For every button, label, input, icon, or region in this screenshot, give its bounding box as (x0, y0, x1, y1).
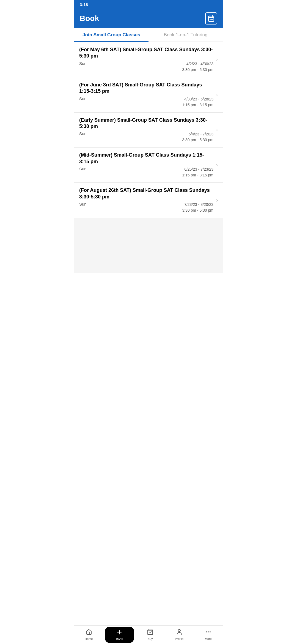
svg-rect-6 (212, 19, 213, 20)
svg-point-13 (210, 631, 211, 632)
nav-book[interactable]: Book (105, 627, 134, 643)
active-indicator (114, 642, 125, 643)
class-item-title: (For May 6th SAT) Small-Group SAT Class … (79, 47, 213, 59)
header: Book (74, 9, 223, 28)
class-item[interactable]: (For May 6th SAT) Small-Group SAT Class … (74, 42, 223, 77)
person-icon (176, 629, 183, 636)
nav-home[interactable]: Home (74, 626, 103, 644)
svg-point-10 (178, 629, 180, 632)
class-item-dates: 6/25/23 - 7/23/231:15 pm - 3:15 pm (182, 167, 213, 178)
class-item-day: Sun (79, 167, 87, 171)
class-item[interactable]: (Mid-Summer) Small-Group SAT Class Sunda… (74, 148, 223, 183)
class-item-meta: Sun 4/30/23 - 5/28/231:15 pm - 3:15 pm (79, 96, 213, 108)
class-item-dates: 4/30/23 - 5/28/231:15 pm - 3:15 pm (182, 96, 213, 108)
home-icon (86, 629, 92, 636)
class-item-content: (For May 6th SAT) Small-Group SAT Class … (79, 47, 216, 73)
chevron-right-icon: › (216, 92, 218, 98)
class-item-meta: Sun 4/2/23 - 4/30/233:30 pm - 5:30 pm (79, 61, 213, 73)
nav-more[interactable]: More (194, 626, 223, 644)
class-item-title: (Mid-Summer) Small-Group SAT Class Sunda… (79, 152, 213, 165)
tabs-container: Join Small Group Classes Book 1-on-1 Tut… (74, 28, 223, 42)
nav-book-label: Book (116, 637, 123, 641)
class-item-meta: Sun 7/23/23 - 8/20/233:30 pm - 5:30 pm (79, 202, 213, 213)
bag-icon (147, 629, 153, 636)
svg-point-12 (208, 631, 209, 632)
class-item-content: (For August 26th SAT) Small-Group SAT Cl… (79, 187, 216, 213)
chevron-right-icon: › (216, 197, 218, 203)
class-item-title: (For June 3rd SAT) Small-Group SAT Class… (79, 82, 213, 95)
class-list: (For May 6th SAT) Small-Group SAT Class … (74, 42, 223, 218)
dots-icon (205, 629, 211, 636)
status-time: 3:18 (80, 2, 88, 7)
chevron-right-icon: › (216, 127, 218, 133)
page-title: Book (80, 14, 99, 23)
tab-small-group[interactable]: Join Small Group Classes (74, 28, 148, 42)
class-item-day: Sun (79, 131, 87, 136)
svg-point-11 (206, 631, 207, 632)
tab-tutoring[interactable]: Book 1-on-1 Tutoring (148, 28, 223, 42)
class-item-title: (For August 26th SAT) Small-Group SAT Cl… (79, 187, 213, 200)
class-item-day: Sun (79, 96, 87, 101)
class-item-content: (For June 3rd SAT) Small-Group SAT Class… (79, 82, 216, 108)
nav-home-label: Home (85, 637, 93, 640)
class-item-meta: Sun 6/25/23 - 7/23/231:15 pm - 3:15 pm (79, 167, 213, 178)
plus-icon (116, 629, 123, 637)
class-item-day: Sun (79, 61, 87, 66)
class-item-dates: 7/23/23 - 8/20/233:30 pm - 5:30 pm (182, 202, 213, 213)
nav-profile-label: Profile (175, 637, 183, 640)
class-item[interactable]: (For June 3rd SAT) Small-Group SAT Class… (74, 77, 223, 113)
class-item-content: (Mid-Summer) Small-Group SAT Class Sunda… (79, 152, 216, 178)
bottom-nav: Home Book Buy Profile (74, 625, 223, 644)
class-item-content: (Early Summer) Small-Group SAT Class Sun… (79, 117, 216, 143)
class-item-day: Sun (79, 202, 87, 206)
empty-content-area (74, 218, 223, 273)
nav-buy[interactable]: Buy (136, 626, 165, 644)
chevron-right-icon: › (216, 57, 218, 62)
svg-rect-4 (210, 19, 211, 20)
class-item-meta: Sun 6/4/23 - 7/2/233:30 pm - 5:30 pm (79, 131, 213, 143)
class-item-dates: 6/4/23 - 7/2/233:30 pm - 5:30 pm (182, 131, 213, 143)
class-item[interactable]: (For August 26th SAT) Small-Group SAT Cl… (74, 183, 223, 218)
nav-profile[interactable]: Profile (165, 626, 194, 644)
class-item-title: (Early Summer) Small-Group SAT Class Sun… (79, 117, 213, 130)
chevron-right-icon: › (216, 162, 218, 168)
svg-rect-5 (211, 19, 212, 20)
status-bar: 3:18 (74, 0, 223, 9)
nav-buy-label: Buy (148, 637, 153, 640)
class-item[interactable]: (Early Summer) Small-Group SAT Class Sun… (74, 113, 223, 148)
calendar-icon[interactable] (205, 12, 217, 24)
class-item-dates: 4/2/23 - 4/30/233:30 pm - 5:30 pm (182, 61, 213, 73)
nav-more-label: More (205, 637, 212, 640)
